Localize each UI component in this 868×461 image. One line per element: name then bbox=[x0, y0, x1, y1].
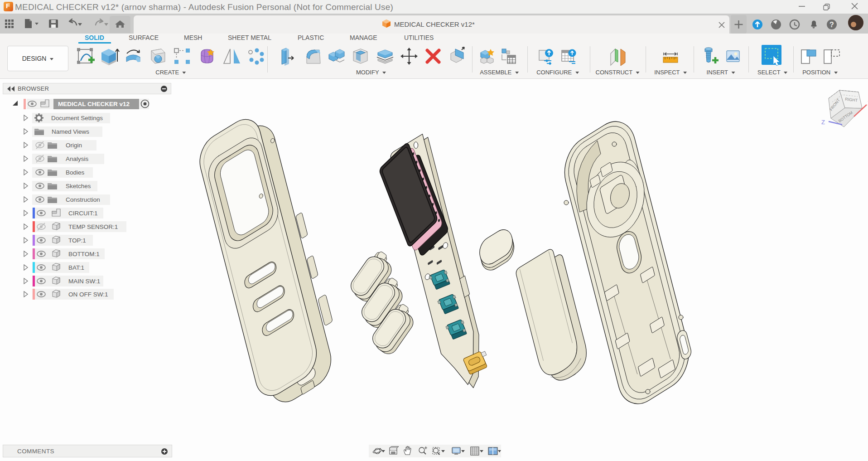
svg-text:Document Settings: Document Settings bbox=[51, 115, 103, 121]
svg-text:ON OFF SW:1: ON OFF SW:1 bbox=[68, 291, 108, 298]
svg-text:Sketches: Sketches bbox=[66, 183, 91, 189]
svg-text:Bodies: Bodies bbox=[66, 169, 85, 176]
svg-text:TEMP SENSOR:1: TEMP SENSOR:1 bbox=[68, 223, 118, 230]
svg-text:CIRCUIT:1: CIRCUIT:1 bbox=[68, 210, 98, 217]
svg-text:Construction: Construction bbox=[66, 196, 100, 203]
svg-text:MEDICAL CHECKER v12: MEDICAL CHECKER v12 bbox=[58, 101, 130, 107]
svg-text:MAIN SW:1: MAIN SW:1 bbox=[68, 278, 100, 285]
svg-text:BOTTOM:1: BOTTOM:1 bbox=[68, 251, 100, 257]
svg-text:Named Views: Named Views bbox=[52, 128, 89, 135]
svg-text:Origin: Origin bbox=[66, 142, 82, 149]
svg-text:TOP:1: TOP:1 bbox=[68, 237, 86, 244]
svg-text:BAT:1: BAT:1 bbox=[68, 264, 84, 271]
svg-text:Z: Z bbox=[821, 119, 825, 126]
svg-text:Analysis: Analysis bbox=[66, 155, 89, 162]
svg-text:?: ? bbox=[829, 21, 834, 29]
